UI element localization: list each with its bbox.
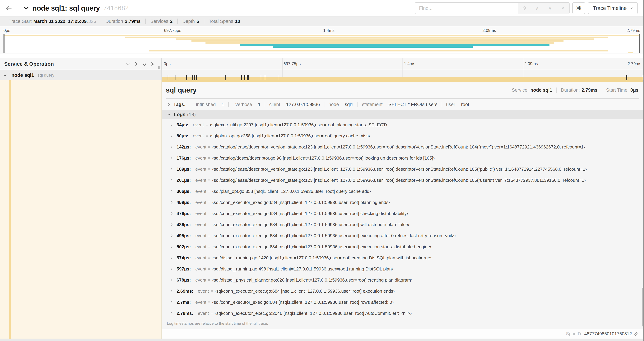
log-expand-chevron-icon[interactable] — [170, 134, 174, 138]
span-row-track[interactable] — [162, 70, 643, 80]
summary-value: 2 — [170, 19, 172, 24]
log-row[interactable]: 486μs: event = ‹sql/conn_executor_exec.g… — [162, 219, 643, 230]
log-row[interactable]: 459μs: event = ‹sql/conn_executor_exec.g… — [162, 197, 643, 208]
search-input[interactable] — [415, 3, 518, 14]
expand-all-icon[interactable] — [142, 62, 147, 66]
log-row[interactable]: 2.79ms: event = ‹sql/conn_executor_exec.… — [162, 308, 643, 319]
span-id-row: SpanID: 4877749850101760812 — [162, 329, 643, 338]
log-expand-chevron-icon[interactable] — [170, 201, 174, 204]
locate-icon[interactable] — [518, 3, 531, 14]
minimap-right-handle[interactable] — [639, 34, 640, 53]
tag-item: node = sql1 — [324, 102, 358, 107]
tag-key: statement — [362, 102, 382, 107]
log-row[interactable]: 574μs: event = ‹sql/distsql_running.go:1… — [162, 252, 643, 263]
ruler-tick-label: 0μs — [162, 61, 170, 66]
span-duration-bar[interactable] — [162, 77, 643, 80]
log-expand-chevron-icon[interactable] — [170, 223, 174, 226]
equals-sign: = — [208, 156, 210, 160]
timeline-header-row: Service & Operation — [0, 58, 643, 70]
collapse-all-icon[interactable] — [150, 62, 155, 66]
log-field-value: ‹sql/distsql_running.go:1420 [nsql1,clie… — [212, 255, 432, 261]
log-expand-chevron-icon[interactable] — [170, 156, 174, 160]
span-detail-panel: sql query Service: node sql1 Duration: 2… — [162, 80, 643, 329]
log-row[interactable]: 366μs: event = ‹sql/plan_opt.go:358 [nsq… — [162, 186, 643, 197]
log-row[interactable]: 2.7ms: event = ‹sql/conn_executor_exec.g… — [162, 297, 643, 308]
ruler-tick-label: 697.75μs — [282, 61, 301, 66]
span-collapse-chevron-icon[interactable] — [3, 73, 7, 77]
trace-timeline-page: node sql1: sql query 7418682 ∧ ∨ × ⌘ Tra… — [0, 0, 644, 341]
log-row[interactable]: 189μs: event = ‹sql/catalog/lease/descri… — [162, 164, 643, 175]
expand-one-level-icon[interactable] — [126, 62, 130, 66]
keyboard-shortcuts-button[interactable]: ⌘ — [572, 2, 585, 14]
log-field-value: ‹sql/conn_executor_exec.go:684 [nsql1,cl… — [212, 222, 410, 227]
indent-guide-stripe — [9, 80, 11, 338]
summary-suffix: .326 — [87, 19, 96, 24]
detail-meta-label: Duration: — [561, 88, 580, 93]
log-timestamp: 502μs: — [176, 244, 191, 249]
collapse-one-level-icon[interactable] — [134, 62, 138, 66]
log-field-value: ‹sql/conn_executor_exec.go:2046 [nsql1,c… — [215, 311, 412, 316]
trace-collapse-chevron-icon[interactable] — [24, 5, 29, 11]
link-icon[interactable] — [634, 331, 639, 336]
trace-summary-bar: Trace Start March 31 2022, 17:25:09 .326… — [0, 17, 643, 26]
logs-header[interactable]: Logs (18) — [162, 110, 643, 119]
tag-value: root — [461, 102, 469, 107]
equals-sign: = — [208, 200, 210, 205]
log-row[interactable]: 176μs: event = ‹sql/catalog/descs/descri… — [162, 152, 643, 164]
log-expand-chevron-icon[interactable] — [170, 123, 174, 127]
span-row[interactable]: node sql1 sql query — [0, 70, 643, 80]
next-result-icon[interactable]: ∨ — [544, 3, 556, 14]
log-row[interactable]: 80μs: event = ‹sql/plan_opt.go:358 [nsql… — [162, 130, 643, 141]
log-row[interactable]: 201μs: event = ‹sql/catalog/lease/descri… — [162, 175, 643, 186]
log-timestamp: 495μs: — [176, 233, 191, 238]
log-expand-chevron-icon[interactable] — [170, 145, 174, 149]
clear-search-icon[interactable]: × — [556, 3, 569, 14]
log-expand-chevron-icon[interactable] — [170, 167, 174, 171]
tags-row[interactable]: Tags: _unfinished = 1 _verbose — [162, 99, 643, 110]
column-resizer[interactable] — [158, 66, 160, 69]
log-expand-chevron-icon[interactable] — [170, 278, 174, 282]
log-expand-chevron-icon[interactable] — [170, 190, 174, 193]
span-row-name-column[interactable]: node sql1 sql query — [0, 70, 162, 80]
log-expand-chevron-icon[interactable] — [170, 212, 174, 215]
minimap-canvas[interactable] — [4, 34, 640, 53]
span-operation-name: sql query — [38, 73, 54, 78]
log-row[interactable]: 597μs: event = ‹sql/distsql_running.go:4… — [162, 263, 643, 274]
back-button[interactable] — [0, 0, 18, 16]
log-expand-chevron-icon[interactable] — [170, 300, 174, 304]
log-row[interactable]: 2.69ms: event = ‹sql/conn_executor_exec.… — [162, 285, 643, 297]
arrow-left-icon — [6, 5, 12, 11]
log-field-value: ‹sql/conn_executor_exec.go:684 [nsql1,cl… — [215, 288, 394, 294]
equals-sign: = — [208, 145, 210, 149]
log-field-key: event — [195, 200, 206, 205]
log-field-value: ‹sql/plan_opt.go:358 [nsql1,client=127.0… — [212, 189, 371, 194]
log-row[interactable]: 678μs: event = ‹sql/distsql_physical_pla… — [162, 274, 643, 285]
log-row[interactable]: 34μs: event = ‹sql/exec_util.go:2297 [ns… — [162, 119, 643, 130]
log-expand-chevron-icon[interactable] — [170, 245, 174, 248]
log-row[interactable]: 502μs: event = ‹sql/conn_executor_exec.g… — [162, 241, 643, 252]
log-expand-chevron-icon[interactable] — [170, 256, 174, 259]
view-selector-button[interactable]: Trace Timeline — [588, 2, 638, 14]
log-expand-chevron-icon[interactable] — [170, 267, 174, 271]
log-timestamp: 189μs: — [176, 167, 191, 172]
detail-meta-item: Duration: 2.79ms — [556, 88, 602, 93]
log-expand-chevron-icon[interactable] — [170, 311, 174, 315]
log-expand-chevron-icon[interactable] — [170, 289, 174, 293]
log-field-key: event — [195, 211, 206, 216]
log-row[interactable]: 476μs: event = ‹sql/conn_executor_exec.g… — [162, 208, 643, 219]
logs-collapse-chevron-icon[interactable] — [167, 113, 171, 116]
minimap-left-handle[interactable] — [4, 34, 4, 53]
detail-meta-value: 0μs — [630, 88, 638, 93]
prev-result-icon[interactable]: ∧ — [531, 3, 544, 14]
log-row[interactable]: 142μs: event = ‹sql/catalog/lease/descri… — [162, 141, 643, 152]
tags-label: Tags: — [174, 102, 186, 107]
scrollbar-thumb[interactable] — [642, 288, 643, 326]
log-field-key: event — [195, 255, 206, 261]
log-expand-chevron-icon[interactable] — [170, 234, 174, 237]
tags-expand-chevron-icon[interactable] — [167, 103, 171, 106]
trace-id: 7418682 — [103, 5, 129, 12]
log-row[interactable]: 495μs: event = ‹sql/conn_executor_exec.g… — [162, 230, 643, 241]
log-timestamp: 476μs: — [176, 211, 191, 216]
log-expand-chevron-icon[interactable] — [170, 178, 174, 182]
bottom-scrollbar-strip — [0, 338, 643, 341]
